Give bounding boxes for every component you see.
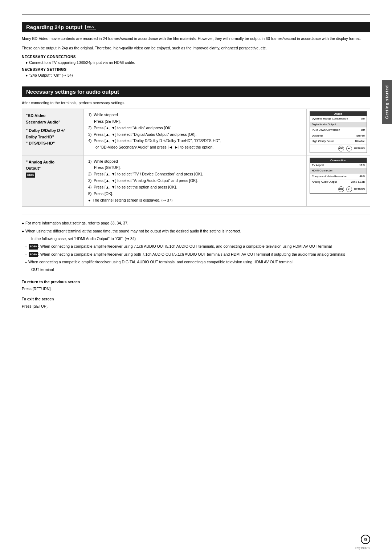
mini-row-drc: Dynamic Range Compression Off: [310, 116, 367, 122]
section-audio-title: Necessary settings for audio output: [26, 89, 119, 95]
step-1-4: 4) Press [▲, ▼] to select "Dolby D/Dolby…: [88, 138, 302, 144]
mini-ok-bar-1: OK ↩ RETURN: [310, 145, 367, 153]
audio-mid-2: 1) While stopped Press [SETUP]. 2) Press…: [84, 155, 306, 207]
mini-row-dao: Digital Audio Output: [310, 122, 367, 128]
mini-row-hdmi: HDMI Connection: [310, 168, 367, 174]
return-btn-1: ↩: [346, 146, 352, 151]
step-1-1: 1) While stopped: [88, 112, 302, 118]
audio-left-1: "BD-Video Secondary Audio" " Dolby D/Dol…: [22, 109, 84, 155]
top-divider: [22, 15, 370, 15]
audio-settings-box: "BD-Video Secondary Audio" " Dolby D/Dol…: [22, 109, 370, 207]
mini-row-downmix: Downmix Stereo: [310, 133, 367, 139]
step-1-press: Press [SETUP].: [88, 118, 302, 125]
mini-screen-audio-title: Audio: [310, 112, 367, 116]
mini-row-pcm: PCM Down Conversion Off: [310, 127, 367, 133]
necessary-settings-item: "24p Output": "On" (⇒ 34): [22, 73, 370, 78]
necessary-connections-title: NECESSARY CONNECTIONS: [22, 55, 370, 59]
dolby-label: " Dolby D/Dolby D +/: [26, 127, 80, 134]
step-1-4b: or "BD-Video Secondary Audio" and press …: [88, 144, 302, 151]
notes-divider: [22, 215, 370, 215]
ok-btn-1: OK: [338, 146, 344, 151]
mini-screen-connection-title: Connection: [310, 158, 367, 163]
bd80-badge-left: BD80: [26, 173, 35, 178]
doc-number: RQT9378: [355, 546, 369, 550]
step-2-2: 2) Press [▲, ▼] to select "TV / Device C…: [88, 171, 302, 178]
step-2-note: ● The channel setting screen is displaye…: [88, 197, 302, 204]
note-5: When connecting a compatible amplifier/r…: [22, 259, 370, 265]
step-1-3: 3) Press [▲, ▼] to select "Digital Audio…: [88, 131, 302, 138]
mini-row-aao: Analog Audio Output 2ch / 5.1ch: [310, 179, 367, 185]
return-text: Press [RETURN].: [22, 286, 370, 292]
notes-section: For more information about settings, ref…: [22, 220, 370, 273]
bdv-badge: BD-V: [85, 25, 96, 29]
mini-row-tv: TV Aspect 16:9: [310, 163, 367, 169]
audio-right-2: Connection TV Aspect 16:9 HDMI Connectio…: [306, 155, 370, 207]
note-3: BD80: When connecting a compatible ampli…: [22, 243, 370, 250]
exit-title: To exit the screen: [22, 296, 370, 303]
secondary-audio-label: Secondary Audio": [26, 119, 80, 126]
necessary-settings-title: NECESSARY SETTINGS: [22, 68, 370, 72]
audio-mid-1: 1) While stopped Press [SETUP]. 2) Press…: [84, 109, 306, 155]
note-1: For more information about settings, ref…: [22, 220, 370, 226]
exit-section: To exit the screen Press [SETUP].: [22, 296, 370, 310]
mini-row-hcs: High Clarity Sound Disable: [310, 139, 367, 145]
mini-screen-audio: Audio Dynamic Range Compression Off Digi…: [310, 111, 367, 153]
mini-ok-bar-2: OK ↩ RETURN: [310, 185, 367, 193]
section-24p-header: Regarding 24p output BD-V: [22, 22, 370, 32]
section-audio: Necessary settings for audio output Afte…: [22, 86, 370, 207]
step-2-5: 5) Press [OK].: [88, 191, 302, 197]
sidebar-tab: Getting started: [382, 80, 392, 124]
return-btn-2: ↩: [346, 186, 352, 192]
step-2-press: Press [SETUP].: [88, 165, 302, 171]
note-2: When using the different terminal at the…: [22, 228, 370, 234]
mini-screen-connection: Connection TV Aspect 16:9 HDMI Connectio…: [310, 158, 367, 194]
intro-text-2: These can be output in 24p as the origin…: [22, 45, 370, 51]
step-2-1: 1) While stopped: [88, 158, 302, 165]
dolby-truehd-label: Dolby TrueHD": [26, 134, 80, 141]
audio-intro: After connecting to the terminals, perfo…: [22, 101, 370, 105]
bd80-badge-note4: BD80: [29, 252, 38, 257]
analog-audio-label1: " Analog Audio: [26, 159, 80, 166]
dts-label: " DTS/DTS-HD": [26, 140, 80, 147]
return-section: To return to the previous screen Press […: [22, 279, 370, 293]
necessary-connections-item: Connect to a TV supporting 1080/24p inpu…: [22, 60, 370, 66]
bd-video-label: "BD-Video: [26, 113, 80, 119]
necessary-connections: NECESSARY CONNECTIONS Connect to a TV su…: [22, 55, 370, 66]
section-audio-header: Necessary settings for audio output: [22, 86, 370, 97]
audio-left-2: " Analog Audio Output" BD80: [22, 155, 84, 207]
note-4: BD80: When connecting a compatible ampli…: [22, 251, 370, 258]
note-2b: In the following case, set "HDMI Audio O…: [22, 236, 370, 242]
section-24p: Regarding 24p output BD-V Many BD-Video …: [22, 22, 370, 78]
analog-audio-label2: Output": [26, 165, 80, 172]
note-5b: OUT terminal: [22, 267, 370, 273]
mini-row-cvr: Component Video Resolution 480i: [310, 174, 367, 180]
step-2-3: 3) Press [▲, ▼] to select "Analog Audio …: [88, 178, 302, 184]
step-1-2: 2) Press [▲, ▼] to select "Audio" and pr…: [88, 125, 302, 131]
section-24p-title: Regarding 24p output: [26, 24, 82, 30]
intro-text-1: Many BD-Video movie contents are recorde…: [22, 36, 370, 42]
audio-row-1: "BD-Video Secondary Audio" " Dolby D/Dol…: [22, 109, 370, 155]
page-wrapper: Getting started Regarding 24p output BD-…: [0, 0, 392, 555]
bd80-badge-note3: BD80: [29, 244, 38, 249]
audio-right-1: Audio Dynamic Range Compression Off Digi…: [306, 109, 370, 155]
return-title: To return to the previous screen: [22, 279, 370, 285]
page-number: 9: [361, 535, 370, 544]
necessary-settings: NECESSARY SETTINGS "24p Output": "On" (⇒…: [22, 68, 370, 78]
exit-text: Press [SETUP].: [22, 303, 370, 310]
audio-row-2: " Analog Audio Output" BD80 1) While sto…: [22, 155, 370, 207]
step-2-4: 4) Press [▲, ▼] to select the option and…: [88, 184, 302, 191]
ok-btn-2: OK: [338, 186, 344, 192]
